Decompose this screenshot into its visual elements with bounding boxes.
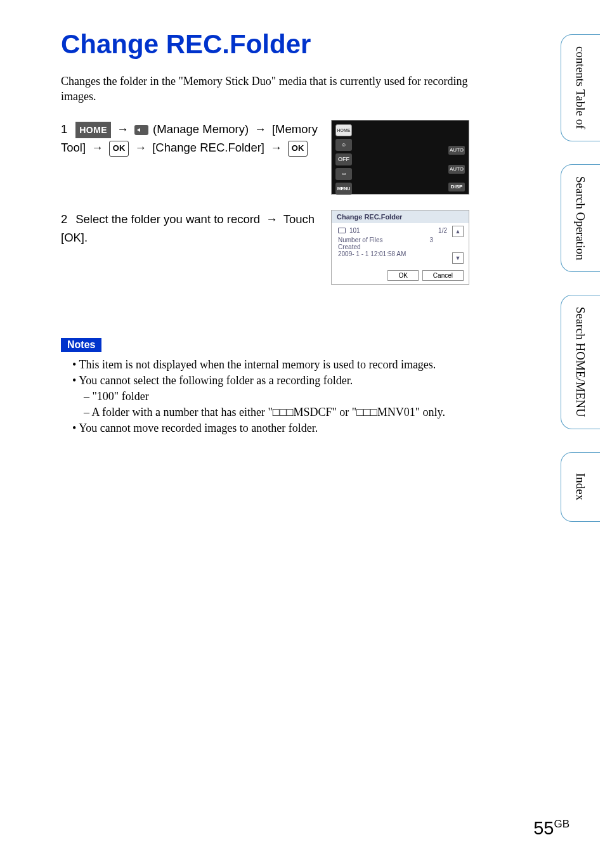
lcd-folder-number: 101: [349, 227, 360, 234]
arrow-icon: →: [270, 141, 282, 154]
note-item: You cannot select the following folder a…: [72, 373, 469, 421]
step1-part-c: [Change REC.Folder]: [152, 141, 268, 154]
lcd-page-indicator: 1/2: [438, 227, 447, 234]
lcd-dialog-body: 101 1/2 ▲ Number of Files 3 Created 2009…: [332, 223, 469, 268]
lcd-dialog-title: Change REC.Folder: [332, 211, 469, 223]
tab-label: contents Table of: [575, 46, 587, 129]
step-1-text: 1 HOME → (Manage Memory) → [Memory Tool]…: [61, 120, 320, 157]
lcd-created-label: Created: [338, 243, 462, 250]
arrow-icon: →: [254, 122, 266, 136]
notes-list: This item is not displayed when the inte…: [61, 357, 469, 437]
page-number: 55GB: [533, 818, 569, 839]
lcd-files-label: Number of Files: [338, 236, 383, 243]
note-item: This item is not displayed when the inte…: [72, 357, 469, 373]
arrow-icon: →: [91, 141, 103, 154]
main-content: Change REC.Folder Changes the folder in …: [0, 18, 533, 437]
lcd-cancel-button[interactable]: Cancel: [422, 270, 464, 281]
step-1-row: 1 HOME → (Manage Memory) → [Memory Tool]…: [61, 120, 469, 202]
lcd-auto-icon: ▭: [335, 168, 352, 180]
lcd-created-value: 2009- 1 - 1 12:01:58 AM: [338, 250, 462, 257]
step1-part-a: (Manage Memory): [153, 122, 252, 136]
lcd-files-value: 3: [429, 236, 433, 243]
lcd-lower-preview: Change REC.Folder 101 1/2 ▲ Number of Fi…: [331, 210, 469, 285]
lcd-flash-auto-icon: AUTO: [448, 146, 465, 155]
page-title: Change REC.Folder: [61, 29, 469, 60]
tab-label: Search HOME/MENU: [575, 307, 587, 417]
step2-part-a: Select the folder you want to record: [75, 212, 263, 226]
side-tabs: contents Table of Search Operation Searc…: [561, 34, 605, 522]
note-subitem: "100" folder: [84, 389, 469, 405]
lcd-home-icon: HOME: [335, 124, 352, 136]
arrow-icon: →: [117, 122, 129, 136]
lcd-disp-icon: DISP: [448, 183, 465, 191]
step-2-row: 2 Select the folder you want to record →…: [61, 210, 469, 292]
folder-icon: [338, 228, 346, 233]
lcd-up-button[interactable]: ▲: [452, 226, 464, 237]
step2-screenshot: Change REC.Folder 101 1/2 ▲ Number of Fi…: [331, 210, 469, 292]
lcd-down-button[interactable]: ▼: [452, 252, 464, 264]
home-badge-icon: HOME: [75, 122, 111, 138]
notes-heading: Notes: [61, 338, 101, 352]
step1-screenshot: HOME ☺ OFF ▭ MENU AUTO AUTO DISP: [331, 120, 469, 202]
arrow-icon: →: [135, 141, 147, 154]
lcd-menu-icon: MENU: [335, 183, 352, 195]
lcd-upper-preview: HOME ☺ OFF ▭ MENU AUTO AUTO DISP: [331, 120, 469, 195]
lcd-ok-button[interactable]: OK: [387, 270, 418, 281]
page-number-suffix: GB: [554, 818, 569, 830]
lcd-smile-icon: ☺: [335, 139, 352, 151]
step-2-number: 2: [61, 210, 72, 229]
note-subitem: A folder with a number that has either "…: [84, 405, 469, 420]
intro-text: Changes the folder in the "Memory Stick …: [61, 74, 469, 105]
step-2-text: 2 Select the folder you want to record →…: [61, 210, 320, 247]
lcd-macro-auto-icon: AUTO: [448, 165, 465, 174]
tab-operation-search[interactable]: Search Operation: [561, 164, 600, 272]
tab-table-of-contents[interactable]: contents Table of: [561, 34, 600, 141]
step-1-number: 1: [61, 120, 72, 139]
tab-label: Index: [575, 473, 587, 500]
lcd-flash-off-icon: OFF: [335, 153, 352, 165]
arrow-icon: →: [266, 212, 278, 226]
top-orange-bar: [0, 0, 605, 18]
ok-badge-icon: OK: [109, 141, 129, 157]
tab-index[interactable]: Index: [561, 452, 600, 522]
ok-badge-icon: OK: [288, 141, 308, 157]
note-item-text: You cannot select the following folder a…: [79, 374, 353, 387]
note-item: You cannot move recorded images to anoth…: [72, 420, 469, 436]
manage-memory-icon: [134, 125, 148, 135]
page-number-value: 55: [533, 818, 554, 838]
tab-home-menu-search[interactable]: Search HOME/MENU: [561, 295, 600, 429]
tab-label: Search Operation: [575, 176, 587, 260]
